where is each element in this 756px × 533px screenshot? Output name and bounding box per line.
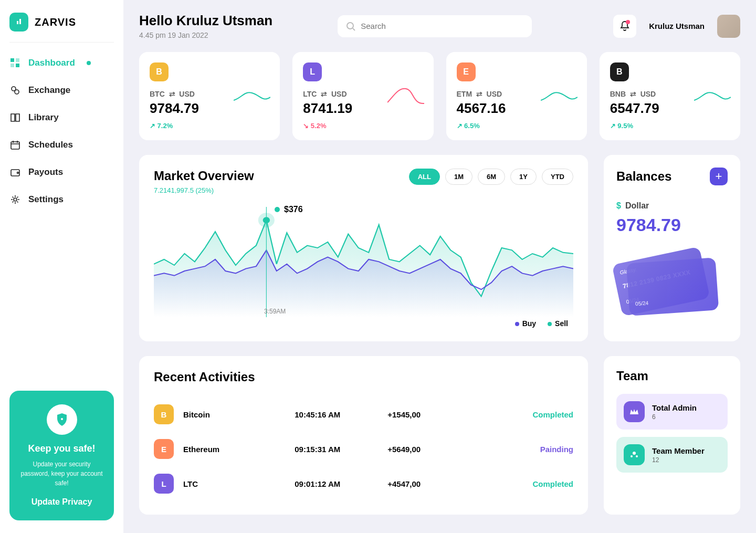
sparkline-icon: [694, 86, 731, 107]
team-count: 6: [652, 413, 697, 421]
notifications-button[interactable]: [613, 15, 636, 38]
range-btn-1m[interactable]: 1M: [445, 169, 472, 185]
sidebar-item-payouts[interactable]: Payouts: [9, 166, 114, 178]
sidebar-item-label: Settings: [28, 194, 64, 205]
activity-row[interactable]: L LTC 09:01:12 AM +4547,00 Completed: [154, 466, 573, 501]
security-card: Keep you safe! Update your security pass…: [9, 391, 114, 520]
search-box[interactable]: [338, 15, 532, 37]
security-title: Keep you safe!: [19, 443, 104, 454]
chart-tooltip-time: 3:59AM: [264, 308, 286, 315]
sidebar-item-settings[interactable]: Settings: [9, 194, 114, 205]
activity-amount: +4547,00: [387, 479, 480, 488]
sidebar-item-label: Payouts: [28, 167, 63, 177]
balance-value: 9784.79: [616, 215, 728, 235]
datetime-label: 4.45 pm 19 Jan 2022: [139, 31, 272, 39]
etm-icon: E: [457, 62, 476, 81]
update-privacy-button[interactable]: Update Privacy: [19, 497, 104, 507]
calendar-icon: [9, 139, 21, 151]
sidebar: ZARVIS Dashboard Exchange Library Schedu…: [0, 0, 123, 533]
sidebar-nav: Dashboard Exchange Library Schedules Pay…: [9, 57, 114, 205]
market-overview-panel: Market Overview 7.2141,997.5 (25%) ALL1M…: [139, 155, 588, 341]
legend-buy: Buy: [515, 319, 536, 328]
team-item[interactable]: Total Admin 6: [616, 394, 728, 430]
activity-time: 09:01:12 AM: [295, 479, 387, 488]
search-input[interactable]: [361, 22, 523, 30]
svg-point-14: [263, 217, 270, 223]
range-btn-6m[interactable]: 6M: [478, 169, 505, 185]
dollar-icon: $: [616, 201, 621, 211]
brand-name: ZARVIS: [35, 16, 76, 28]
bnb-icon: B: [610, 62, 629, 81]
sidebar-item-schedules[interactable]: Schedules: [9, 139, 114, 151]
activity-row[interactable]: B Bitcoin 10:45:16 AM +1545,00 Completed: [154, 397, 573, 432]
svg-point-8: [17, 172, 19, 174]
range-btn-1y[interactable]: 1Y: [510, 169, 537, 185]
avatar[interactable]: [717, 15, 740, 38]
topbar: Hello Kruluz Utsman 4.45 pm 19 Jan 2022 …: [139, 13, 740, 39]
crypto-change: ↗ 7.2%: [150, 122, 269, 130]
crypto-cards-row: B BTC ⇄ USD 9784.79 ↗ 7.2% L LTC ⇄ USD 8…: [139, 52, 740, 140]
sparkline-icon: [541, 86, 578, 107]
chart-tooltip: $376: [275, 205, 303, 214]
page-title: Hello Kruluz Utsman: [139, 13, 272, 29]
range-btn-all[interactable]: ALL: [409, 169, 440, 185]
team-item[interactable]: Team Member 12: [616, 437, 728, 473]
sidebar-item-label: Dashboard: [28, 58, 75, 68]
active-indicator-dot: [87, 61, 91, 65]
balances-panel: Balances + $ Dollar 9784.79 Glassy. 7812…: [604, 155, 740, 341]
group-icon: [624, 444, 645, 465]
svg-point-15: [633, 452, 636, 455]
range-btn-ytd[interactable]: YTD: [542, 169, 573, 185]
market-chart[interactable]: $376 3:59AM Buy Sell: [154, 202, 573, 328]
activity-name: Bitcoin: [183, 410, 295, 419]
market-title: Market Overview: [154, 169, 254, 183]
dashboard-icon: [9, 57, 21, 69]
main-content: Hello Kruluz Utsman 4.45 pm 19 Jan 2022 …: [123, 0, 756, 533]
sidebar-item-exchange[interactable]: Exchange: [9, 85, 114, 96]
balance-currency: $ Dollar: [616, 201, 728, 211]
activity-time: 10:45:16 AM: [295, 410, 387, 419]
sidebar-item-dashboard[interactable]: Dashboard: [9, 57, 114, 69]
tooltip-dot-icon: [275, 207, 280, 212]
sidebar-item-label: Exchange: [28, 85, 70, 96]
crypto-card-btc[interactable]: B BTC ⇄ USD 9784.79 ↗ 7.2%: [139, 52, 280, 140]
activity-status: Completed: [480, 410, 573, 419]
security-subtitle: Update your security password, keep your…: [19, 459, 104, 488]
activity-coin-icon: L: [154, 474, 174, 494]
brand-logo-icon: [9, 13, 28, 32]
shield-icon: [47, 404, 77, 435]
svg-rect-3: [16, 64, 19, 67]
chart-legend: Buy Sell: [515, 319, 568, 328]
svg-point-11: [347, 23, 353, 29]
search-icon: [346, 22, 355, 31]
sidebar-item-label: Schedules: [28, 140, 73, 150]
tooltip-value: $376: [284, 205, 303, 214]
range-selector: ALL1M6M1YYTD: [409, 169, 573, 185]
crypto-card-etm[interactable]: E ETM ⇄ USD 4567.16 ↗ 6.5%: [446, 52, 587, 140]
credit-card-back: 05/24: [626, 257, 719, 316]
balances-title: Balances: [616, 169, 671, 184]
activity-amount: +1545,00: [387, 410, 480, 419]
legend-sell: Sell: [548, 319, 568, 328]
crypto-card-ltc[interactable]: L LTC ⇄ USD 8741.19 ↘ 5.2%: [292, 52, 433, 140]
team-label: Team Member: [652, 446, 705, 455]
activity-amount: +5649,00: [387, 445, 480, 454]
svg-point-9: [14, 198, 17, 201]
activity-row[interactable]: E Ethereum 09:15:31 AM +5649,00 Painding: [154, 432, 573, 466]
notification-badge: [626, 20, 630, 24]
add-balance-button[interactable]: +: [710, 168, 728, 185]
sidebar-item-library[interactable]: Library: [9, 112, 114, 123]
recent-activities-panel: Recent Activities B Bitcoin 10:45:16 AM …: [139, 356, 588, 515]
svg-rect-2: [10, 64, 14, 67]
crypto-card-bnb[interactable]: B BNB ⇄ USD 6547.79 ↗ 9.5%: [600, 52, 740, 140]
svg-rect-0: [10, 58, 14, 62]
ltc-icon: L: [303, 62, 322, 81]
team-count: 12: [652, 456, 705, 464]
svg-point-16: [631, 455, 633, 457]
svg-rect-6: [11, 142, 19, 149]
brand: ZARVIS: [9, 13, 114, 43]
team-title: Team: [616, 369, 728, 383]
activity-status: Completed: [480, 479, 573, 488]
greeting-block: Hello Kruluz Utsman 4.45 pm 19 Jan 2022: [139, 13, 272, 39]
crypto-change: ↘ 5.2%: [303, 122, 423, 130]
